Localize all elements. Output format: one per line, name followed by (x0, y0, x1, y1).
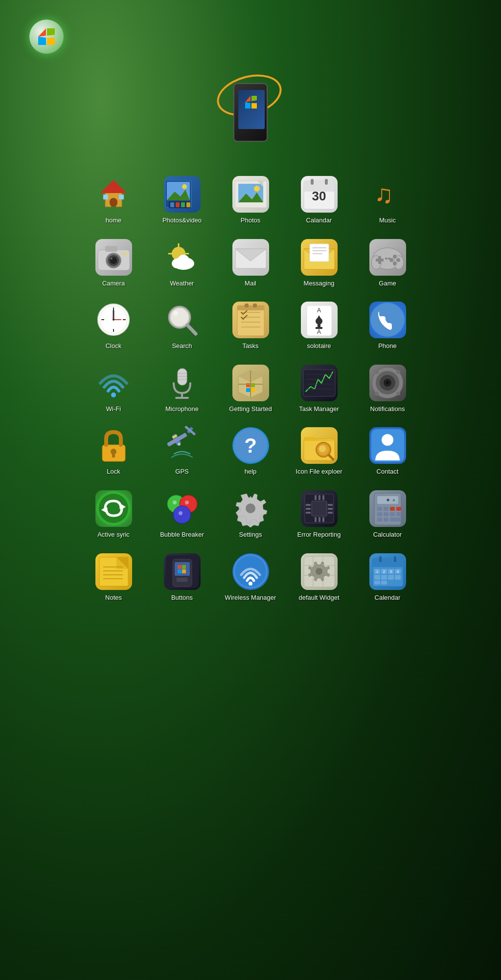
svg-rect-219 (374, 575, 380, 580)
photovideo-icon-visual (164, 176, 201, 213)
app-home[interactable]: home (84, 176, 143, 224)
app-settings[interactable]: Settings (221, 490, 280, 539)
app-wifi[interactable]: Wi-Fi (84, 365, 143, 413)
svg-point-120 (396, 370, 400, 374)
app-buttons[interactable]: Buttons (153, 553, 211, 602)
camera-label: Camera (102, 280, 125, 287)
svg-point-75 (171, 308, 188, 326)
svg-rect-57 (376, 259, 384, 261)
app-fileexplorer[interactable]: Icon File exploer (290, 427, 348, 476)
svg-rect-223 (374, 581, 380, 585)
defaultwidget-label: default Widget (298, 594, 339, 602)
app-weather[interactable]: Weather (153, 239, 211, 287)
svg-rect-177 (390, 512, 395, 516)
clock-icon-visual (95, 302, 132, 338)
app-clock[interactable]: Clock (84, 302, 143, 350)
svg-rect-12 (176, 202, 180, 207)
svg-rect-165 (315, 517, 317, 522)
clock-label: Clock (106, 342, 122, 350)
app-music[interactable]: ♫ Music (358, 176, 417, 224)
solitaire-icon-visual: A A (301, 302, 338, 338)
svg-rect-175 (377, 512, 382, 516)
app-notifications[interactable]: Notifications (358, 365, 417, 413)
app-errorreporting[interactable]: Error Reporting (290, 490, 348, 539)
help-label: help (245, 468, 257, 476)
app-notes[interactable]: Notes (84, 553, 143, 602)
buttons-label: Buttons (171, 594, 193, 602)
svg-point-119 (375, 370, 379, 374)
gps-label: GPS (175, 468, 188, 476)
app-help[interactable]: ? help (221, 427, 280, 476)
gps-icon-visual (164, 427, 201, 464)
contact-label: Contact (377, 468, 399, 476)
svg-rect-159 (328, 504, 333, 506)
svg-rect-224 (381, 581, 387, 585)
svg-point-118 (386, 381, 389, 384)
music-icon-visual: ♫ (369, 176, 406, 213)
app-gps[interactable]: GPS (153, 427, 211, 476)
app-tasks[interactable]: Tasks (221, 302, 280, 350)
svg-point-138 (319, 445, 326, 452)
icon-row-4: Wi-Fi Microphone (84, 365, 417, 413)
svg-rect-181 (390, 518, 401, 522)
app-gettingstarted[interactable]: Getting Started (221, 365, 280, 413)
calc-icon-visual: + (369, 490, 406, 527)
icon-grid: home Photos&video (0, 166, 501, 626)
app-phone[interactable]: Phone (358, 302, 417, 350)
lock-icon-visual (95, 427, 132, 464)
app-lock[interactable]: Lock (84, 427, 143, 476)
app-contact[interactable]: Contact (358, 427, 417, 476)
app-taskmanager[interactable]: Task Manager (290, 365, 348, 413)
app-calculator[interactable]: + (358, 490, 417, 539)
svg-rect-24 (311, 179, 314, 185)
app-photovideo[interactable]: Photos&video (153, 176, 211, 224)
svg-rect-194 (178, 565, 182, 569)
app-mail[interactable]: Mail (221, 239, 280, 287)
svg-rect-161 (328, 512, 333, 514)
svg-rect-84 (245, 304, 249, 307)
svg-rect-213 (379, 556, 382, 562)
app-activesync[interactable]: Active syric (84, 490, 143, 539)
app-messaging[interactable]: Messaging (290, 239, 348, 287)
svg-rect-158 (306, 512, 311, 514)
app-solitaire[interactable]: A A solotaire (290, 302, 348, 350)
wifi-icon-visual (95, 365, 132, 401)
app-calendar[interactable]: 30 Calandar (290, 176, 348, 224)
notes-label: Notes (105, 594, 122, 602)
hero-phone-icon (221, 78, 280, 147)
app-photos[interactable]: Photos (221, 176, 280, 224)
errorreport-icon-visual (301, 490, 338, 527)
svg-rect-109 (303, 370, 335, 396)
svg-rect-25 (325, 179, 328, 185)
wireless-icon-visual (232, 553, 269, 590)
svg-point-73 (113, 319, 114, 321)
app-defaultwidget[interactable]: default Widget (290, 553, 348, 602)
svg-text:2: 2 (383, 569, 385, 574)
app-search[interactable]: Search (153, 302, 211, 350)
svg-text:A: A (317, 328, 320, 335)
solitaire-label: solotaire (307, 342, 331, 350)
svg-point-200 (183, 578, 187, 582)
svg-rect-11 (170, 202, 174, 207)
svg-marker-1 (100, 180, 127, 193)
mail-label: Mail (245, 280, 256, 287)
svg-rect-62 (385, 258, 387, 260)
svg-rect-14 (186, 202, 190, 207)
app-calendarapp[interactable]: 1 2 3 4 Calendar (358, 553, 417, 602)
photos-icon-visual (232, 176, 269, 213)
svg-point-203 (249, 582, 252, 586)
svg-rect-3 (103, 195, 108, 199)
app-game[interactable]: Game (358, 239, 417, 287)
home-icon-visual (95, 176, 132, 213)
app-wirelessmanager[interactable]: Wireless Manager (221, 553, 280, 602)
gettingstarted-icon-visual (232, 365, 269, 401)
fileexplorer-icon-visual (301, 427, 338, 464)
app-bubblebreaker[interactable]: Bubble Breaker (153, 490, 211, 539)
defaultwidget-icon-visual (301, 553, 338, 590)
app-microphone[interactable]: Microphone (153, 365, 211, 413)
icon-row-1: home Photos&video (84, 176, 417, 224)
buttons-icon-visual (164, 553, 201, 590)
svg-text:A: A (317, 307, 320, 314)
app-camera[interactable]: Camera (84, 239, 143, 287)
wifi-label: Wi-Fi (106, 405, 121, 413)
